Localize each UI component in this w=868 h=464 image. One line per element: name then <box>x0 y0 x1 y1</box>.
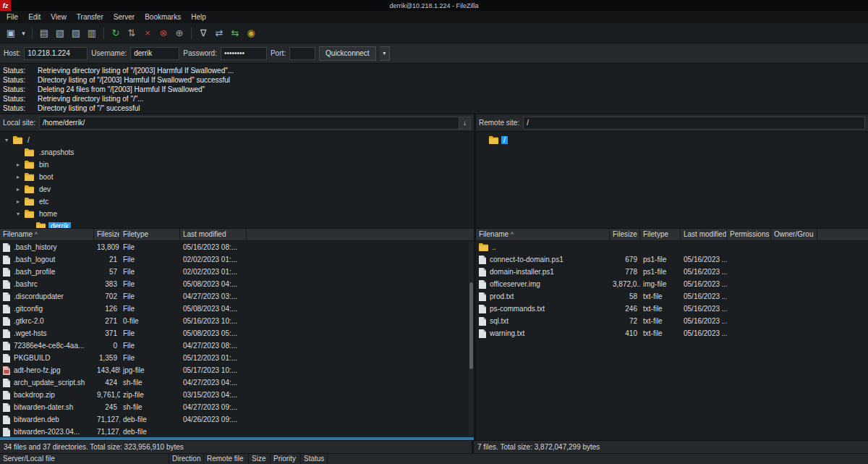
disconnect-icon[interactable]: ⊗ <box>156 26 171 41</box>
menu-file[interactable]: File <box>1 11 23 23</box>
tree-item-etc[interactable]: ▸etc <box>0 195 474 208</box>
file-modified-cell: 05/16/2023 ... <box>681 327 727 339</box>
menu-server[interactable]: Server <box>109 11 140 23</box>
queue-column-remotefile[interactable]: Remote file <box>204 454 249 464</box>
menu-edit[interactable]: Edit <box>23 11 46 23</box>
local-site-dropdown-icon[interactable] <box>459 117 470 129</box>
file-row[interactable]: bitwarden-2023.04...71,127,350deb-file <box>0 426 474 438</box>
menu-help[interactable]: Help <box>186 11 211 23</box>
cancel-icon[interactable]: × <box>140 26 155 41</box>
menu-bookmarks[interactable]: Bookmarks <box>140 11 186 23</box>
column-header-permissions[interactable]: Permissions <box>727 229 771 240</box>
file-row[interactable]: warning.txt410txt-file05/16/2023 ... <box>476 327 868 339</box>
file-row[interactable]: sql.txt72txt-file05/16/2023 ... <box>476 315 868 327</box>
file-row[interactable]: bitwarden-dater.sh245sh-file04/27/2023 0… <box>0 401 474 413</box>
process-queue-icon[interactable]: ⇅ <box>124 26 139 41</box>
toggle-queue-icon[interactable]: ▥ <box>85 26 99 41</box>
file-row[interactable]: .discordupdater702File04/27/2023 03:... <box>0 290 474 303</box>
expand-icon[interactable]: ▸ <box>14 174 22 180</box>
collapse-icon[interactable]: ▾ <box>3 137 10 143</box>
refresh-icon[interactable]: ↻ <box>109 26 123 41</box>
queue-column-serverlocalfile[interactable]: Server/Local file <box>0 454 169 464</box>
file-row[interactable]: backdrop.zip9,761,061zip-file03/15/2023 … <box>0 389 474 401</box>
file-row[interactable]: domain-installer.ps1778ps1-file05/16/202… <box>476 266 868 278</box>
remote-list-header: FilenameFilesizeFiletypeLast modifiedPer… <box>476 229 868 241</box>
file-row[interactable]: prod.txt58txt-file05/16/2023 ... <box>476 290 868 303</box>
column-header-filesize[interactable]: Filesize <box>610 229 640 240</box>
quickconnect-button[interactable]: Quickconnect <box>319 46 376 61</box>
tree-item-dev[interactable]: ▸dev <box>0 183 474 195</box>
file-icon <box>3 329 10 338</box>
expand-icon[interactable]: ▸ <box>14 161 22 168</box>
file-row[interactable]: .bash_history13,809File05/16/2023 08:... <box>0 241 474 253</box>
column-header-ownergrou[interactable]: Owner/Grou <box>771 229 817 240</box>
local-vertical-scrollbar[interactable] <box>469 241 474 437</box>
file-row[interactable]: 72386e4e-ce8c-4aa...0File04/27/2023 08:.… <box>0 339 474 352</box>
menu-view[interactable]: View <box>46 11 72 23</box>
local-horizontal-scrollbar[interactable] <box>0 437 474 440</box>
file-name-cell: officeserver.img <box>476 278 610 290</box>
toggle-remote-tree-icon[interactable]: ▨ <box>69 26 83 41</box>
queue-column-direction[interactable]: Direction <box>169 454 204 464</box>
file-row[interactable]: PKGBUILD1,359File05/12/2023 01:... <box>0 352 474 364</box>
file-row[interactable]: bitwarden.deb71,127,350deb-file04/26/202… <box>0 413 474 426</box>
queue-column-priority[interactable]: Priority <box>271 454 301 464</box>
column-header-lastmodified[interactable]: Last modified <box>681 229 727 240</box>
file-row[interactable]: .bashrc383File05/08/2023 04:... <box>0 278 474 290</box>
file-size-cell: 410 <box>610 327 640 339</box>
file-row[interactable]: .. <box>476 241 868 253</box>
password-input[interactable] <box>221 47 267 60</box>
expand-icon[interactable]: ▸ <box>14 198 22 205</box>
file-name: warning.txt <box>490 327 524 339</box>
menu-transfer[interactable]: Transfer <box>72 11 109 23</box>
tree-item-home[interactable]: ▾home <box>0 208 474 220</box>
column-header-filename[interactable]: Filename <box>476 229 610 240</box>
log-entry: Status:Deleting 24 files from "/[2003] H… <box>0 85 868 94</box>
column-header-filetype[interactable]: Filetype <box>640 229 681 240</box>
log-entry-message: Retrieving directory listing of "/"... <box>38 94 144 104</box>
file-row[interactable]: ps-commands.txt246txt-file05/16/2023 ... <box>476 303 868 315</box>
reconnect-icon[interactable]: ⊕ <box>172 26 187 41</box>
file-row[interactable]: adt-hero-fz.jpg143,485jpg-file05/17/2023… <box>0 364 474 376</box>
file-row[interactable]: arch_update_script.sh424sh-file04/27/202… <box>0 376 474 389</box>
username-input[interactable] <box>130 47 179 60</box>
tree-item-root[interactable]: ▾/ <box>0 134 474 146</box>
tree-item-root[interactable]: / <box>476 134 868 146</box>
file-row[interactable]: .gitconfig126File05/08/2023 04:... <box>0 303 474 315</box>
file-row[interactable]: connect-to-domain.ps1679ps1-file05/16/20… <box>476 253 868 266</box>
file-row[interactable]: .bash_logout21File02/02/2023 01:... <box>0 253 474 266</box>
find-files-icon[interactable]: ◉ <box>244 26 258 41</box>
quickconnect-dropdown-icon[interactable] <box>380 46 390 61</box>
file-row[interactable]: .gtkrc-2.02710-file05/16/2023 10:... <box>0 315 474 327</box>
file-row[interactable]: officeserver.img3,872,0...img-file05/16/… <box>476 278 868 290</box>
tree-item-snapshots[interactable]: .snapshots <box>0 146 474 159</box>
remote-site-path-input[interactable]: / <box>523 117 865 130</box>
file-row[interactable]: .wget-hsts371File05/08/2023 05:... <box>0 327 474 339</box>
filezilla-window: fz derrik@10.218.1.224 - FileZilla FileE… <box>0 0 868 464</box>
toggle-local-tree-icon[interactable]: ▧ <box>53 26 67 41</box>
port-input[interactable] <box>289 47 315 60</box>
collapse-icon[interactable]: ▾ <box>14 211 22 217</box>
toggle-log-icon[interactable]: ▤ <box>37 26 51 41</box>
tree-item-bin[interactable]: ▸bin <box>0 159 474 171</box>
tree-item-derrik[interactable]: derrik <box>0 220 474 229</box>
site-manager-icon[interactable]: ▣ <box>4 26 18 41</box>
file-row[interactable]: .bash_profile57File02/02/2023 01:... <box>0 266 474 278</box>
column-header-filetype[interactable]: Filetype <box>120 229 180 240</box>
tree-item-boot[interactable]: ▸boot <box>0 171 474 183</box>
queue-column-size[interactable]: Size <box>249 454 271 464</box>
expand-icon[interactable]: ▸ <box>14 186 22 193</box>
column-header-filesize[interactable]: Filesize <box>94 229 120 240</box>
file-size-cell: 679 <box>610 253 640 266</box>
scrollbar-thumb[interactable] <box>469 282 473 369</box>
file-name: .discordupdater <box>14 290 64 303</box>
compare-icon[interactable]: ⇄ <box>212 26 226 41</box>
sync-browsing-icon[interactable]: ⇆ <box>228 26 242 41</box>
local-site-path-input[interactable]: /home/derrik/ <box>39 117 471 130</box>
filter-icon[interactable]: ∇ <box>196 26 210 41</box>
site-manager-dropdown-icon[interactable]: ▾ <box>20 26 27 41</box>
host-input[interactable] <box>24 47 88 60</box>
column-header-filename[interactable]: Filename <box>0 229 94 240</box>
column-header-lastmodified[interactable]: Last modified <box>180 229 247 240</box>
queue-column-status[interactable]: Status <box>301 454 328 464</box>
